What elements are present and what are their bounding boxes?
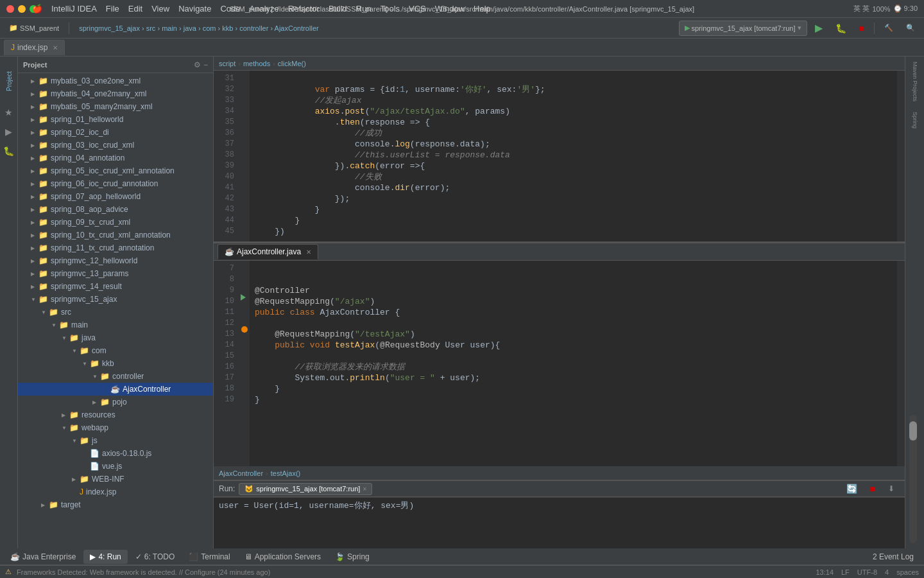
tree-item-springmvc12[interactable]: ▶ 📁springmvc_12_helloworld	[18, 254, 213, 267]
tree-item-target[interactable]: ▶ 📁target	[18, 498, 213, 511]
favorites-icon[interactable]: ★	[2, 105, 16, 119]
menu-vcs[interactable]: VCS	[409, 4, 426, 13]
apple-menu[interactable]: 🍎	[32, 4, 42, 13]
debug-icon-side[interactable]: 🐛	[2, 144, 16, 158]
tree-item-controller[interactable]: ▼ 📁controller	[18, 370, 213, 383]
bottom-scroll-hints	[897, 261, 905, 466]
console-output[interactable]: user = User(id=1, username=你好, sex=男)	[214, 497, 905, 548]
warning-icon: ⚠	[5, 568, 12, 576]
tab-event-log[interactable]: 2 Event Log	[866, 550, 920, 564]
tree-item-spring09[interactable]: ▶ 📁spring_09_tx_crud_xml	[18, 216, 213, 229]
tree-item-webapp[interactable]: ▼ 📁webapp	[18, 421, 213, 434]
charset[interactable]: UTF-8	[857, 568, 877, 576]
menu-view[interactable]: View	[151, 4, 169, 13]
tab-spring[interactable]: 🍃 Spring	[329, 550, 376, 564]
tree-item-main[interactable]: ▼ 📁main	[18, 319, 213, 331]
close-button[interactable]	[6, 5, 14, 13]
debug-button[interactable]: 🐛	[830, 21, 851, 36]
tab-index-jsp-close[interactable]: ✕	[53, 44, 58, 51]
menu-file[interactable]: File	[106, 4, 119, 13]
breakpoint-marker-13[interactable]	[241, 326, 248, 333]
tree-item-resources[interactable]: ▶ 📁resources	[18, 408, 213, 421]
tab-ajaxcontroller[interactable]: ☕ AjaxController.java ✕	[218, 244, 318, 259]
breadcrumb-ajaxcontroller[interactable]: AjaxController	[219, 469, 263, 477]
tab-terminal[interactable]: ⬛ Terminal	[182, 550, 236, 564]
menu-build[interactable]: Build	[329, 4, 347, 13]
maven-projects-label[interactable]: Maven Projects	[911, 59, 920, 104]
tree-item-springmvc14[interactable]: ▶ 📁springmvc_14_result	[18, 280, 213, 293]
tree-item-ajaxcontroller[interactable]: ▶ ☕AjaxController	[18, 383, 213, 396]
tree-item-pojo[interactable]: ▶ 📁pojo	[18, 396, 213, 408]
run-icon[interactable]: ▶	[2, 125, 16, 139]
bottom-code-content[interactable]: @Controller @RequestMapping("/ajax") pub…	[250, 261, 897, 466]
tree-item-spring11[interactable]: ▶ 📁spring_11_tx_crud_annotation	[18, 241, 213, 254]
tab-ajaxcontroller-close[interactable]: ✕	[306, 249, 311, 256]
tree-item-spring04[interactable]: ▶ 📁spring_04_annotation	[18, 152, 213, 164]
tab-todo-label: 6: TODO	[144, 552, 175, 561]
console-scroll-btn[interactable]: ⬇	[883, 481, 900, 496]
build-button[interactable]: 🔨	[879, 21, 898, 36]
tab-run[interactable]: ▶ 4: Run	[83, 550, 127, 564]
breadcrumb-clickme[interactable]: clickMe()	[278, 60, 306, 67]
tree-item-spring01[interactable]: ▶ 📁spring_01_helloworld	[18, 113, 213, 126]
tree-item-mybatis05[interactable]: ▶ 📁mybatis_05_many2many_xml	[18, 100, 213, 113]
project-icon[interactable]: Project	[2, 62, 16, 100]
tree-item-axios[interactable]: ▶ 📄axios-0.18.0.js	[18, 447, 213, 460]
menu-help[interactable]: Help	[474, 4, 491, 13]
tab-todo[interactable]: ✓ 6: TODO	[129, 550, 182, 564]
tree-item-mybatis04[interactable]: ▶ 📁mybatis_04_one2many_xml	[18, 87, 213, 100]
tree-item-com[interactable]: ▼ 📁com	[18, 344, 213, 357]
event-log-label: 2 Event Log	[873, 552, 914, 561]
menu-edit[interactable]: Edit	[128, 4, 142, 13]
tree-item-spring06[interactable]: ▶ 📁spring_06_ioc_crud_annotation	[18, 177, 213, 190]
tree-item-spring05[interactable]: ▶ 📁spring_05_ioc_crud_xml_annotation	[18, 164, 213, 177]
search-everywhere-button[interactable]: 🔍	[901, 21, 920, 36]
menu-navigate[interactable]: Navigate	[178, 4, 211, 13]
tree-item-js[interactable]: ▼ 📁js	[18, 434, 213, 447]
project-selector[interactable]: 📁 SSM_parent	[4, 21, 64, 36]
menu-code[interactable]: Code	[220, 4, 240, 13]
tree-item-kkb[interactable]: ▼ 📁kkb	[18, 357, 213, 370]
sidebar-settings-icon[interactable]: ⚙	[194, 60, 201, 69]
sidebar-collapse-icon[interactable]: −	[203, 60, 208, 69]
tree-item-vuejs[interactable]: ▶ 📄vue.js	[18, 460, 213, 473]
tree-item-java[interactable]: ▼ 📁java	[18, 331, 213, 344]
tree-item-spring03[interactable]: ▶ 📁spring_03_ioc_crud_xml	[18, 139, 213, 152]
run-config-close[interactable]: ×	[363, 486, 366, 493]
title-bar: 🍎 IntelliJ IDEA File Edit View Navigate …	[0, 0, 924, 18]
spring-label[interactable]: Spring	[911, 109, 920, 131]
console-stop-btn[interactable]: ■	[865, 481, 880, 496]
tree-item-webinf[interactable]: ▶ 📁WEB-INF	[18, 473, 213, 486]
breadcrumb-script[interactable]: script	[219, 60, 235, 67]
console-restart-btn[interactable]: 🔄	[841, 481, 862, 496]
menu-tools[interactable]: Tools	[381, 4, 400, 13]
module-breadcrumb[interactable]: springmvc_15_ajax › src › main › java › …	[74, 21, 324, 36]
stop-button[interactable]: ■	[854, 21, 869, 36]
tree-item-spring02[interactable]: ▶ 📁spring_02_ioc_di	[18, 126, 213, 139]
menu-window[interactable]: Window	[435, 4, 465, 13]
menu-intellij[interactable]: IntelliJ IDEA	[51, 4, 97, 13]
tab-index-jsp[interactable]: J index.jsp ✕	[4, 40, 65, 55]
tree-item-spring08[interactable]: ▶ 📁spring_08_aop_advice	[18, 203, 213, 216]
menu-analyze[interactable]: Analyze	[250, 4, 279, 13]
top-code-content[interactable]: var params = {id:1, username:'你好', sex:'…	[250, 71, 897, 241]
tree-item-springmvc13[interactable]: ▶ 📁springmvc_13_params	[18, 267, 213, 280]
cursor-position[interactable]: 13:14	[816, 568, 834, 576]
run-config-display[interactable]: 🐱 springmvc_15_ajax [tomcat7:run] ×	[239, 483, 372, 495]
run-config-dropdown[interactable]: ▶ springmvc_15_ajax [tomcat7:run] ▾	[679, 21, 807, 36]
tree-item-src[interactable]: ▼ 📁src	[18, 306, 213, 319]
line-ending[interactable]: LF	[841, 568, 850, 576]
menu-refactor[interactable]: Refactor	[288, 4, 320, 13]
tree-item-spring07[interactable]: ▶ 📁spring_07_aop_helloworld	[18, 190, 213, 203]
tab-java-enterprise[interactable]: ☕ Java Enterprise	[4, 550, 82, 564]
tab-application-servers[interactable]: 🖥 Application Servers	[238, 550, 327, 564]
tree-item-indexjsp[interactable]: ▶ Jindex.jsp	[18, 486, 213, 498]
tree-item-spring10[interactable]: ▶ 📁spring_10_tx_crud_xml_annotation	[18, 229, 213, 241]
breadcrumb-methods[interactable]: methods	[243, 60, 270, 67]
tree-item-springmvc15[interactable]: ▼ 📁springmvc_15_ajax	[18, 293, 213, 306]
menu-run[interactable]: Run	[356, 4, 372, 13]
minimize-button[interactable]	[18, 5, 26, 13]
tree-item-mybatis03[interactable]: ▶ 📁mybatis_03_one2one_xml	[18, 74, 213, 87]
run-button[interactable]: ▶	[810, 21, 828, 36]
breadcrumb-testajax[interactable]: testAjax()	[271, 469, 300, 477]
